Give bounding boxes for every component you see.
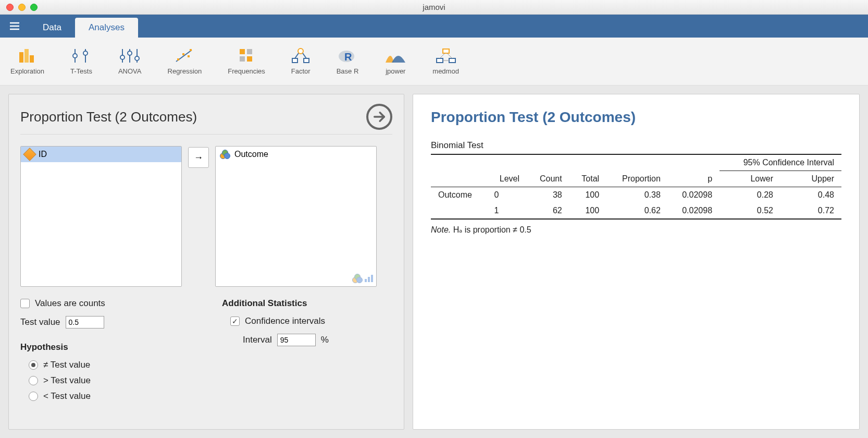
svg-rect-26 xyxy=(292,58,297,63)
row0-upper: 0.48 xyxy=(780,187,841,203)
svg-point-7 xyxy=(73,54,77,58)
values-are-counts-label: Values are counts xyxy=(35,298,105,309)
window-title: jamovi xyxy=(0,3,868,11)
hypothesis-lt-label: < Test value xyxy=(43,391,91,402)
row1-count: 62 xyxy=(527,203,569,219)
variable-label: ID xyxy=(39,150,47,159)
ci-label: Confidence intervals xyxy=(245,316,325,326)
interval-input[interactable] xyxy=(277,334,316,346)
hypothesis-lt-radio[interactable] xyxy=(29,392,38,401)
ordinal-icon xyxy=(365,274,373,282)
col-count: Count xyxy=(527,171,569,187)
tool-label: Frequencies xyxy=(228,67,265,75)
r-icon: R xyxy=(338,47,357,64)
bars-icon xyxy=(18,47,37,64)
row1-var xyxy=(431,203,487,219)
svg-rect-5 xyxy=(30,55,34,63)
results-note: Note. Hₐ is proportion ≠ 0.5 xyxy=(431,220,841,235)
tool-regression[interactable]: Regression xyxy=(168,47,202,75)
col-upper: Upper xyxy=(780,171,841,187)
svg-line-35 xyxy=(440,53,445,58)
col-var xyxy=(431,171,487,187)
svg-rect-27 xyxy=(304,58,309,63)
svg-rect-20 xyxy=(190,49,192,51)
tool-medmod[interactable]: medmod xyxy=(432,47,459,75)
results-table: 95% Confidence Interval Level Count Tota… xyxy=(431,154,841,220)
tool-label: Regression xyxy=(168,67,202,75)
row1-lower: 0.52 xyxy=(720,203,780,219)
source-variables-box[interactable]: ID xyxy=(20,146,182,287)
row1-upper: 0.72 xyxy=(780,203,841,219)
nominal-icon xyxy=(352,274,363,283)
svg-rect-19 xyxy=(188,55,190,57)
menu-icon[interactable] xyxy=(0,15,29,38)
options-panel: Proportion Test (2 Outcomes) ID → Outcom… xyxy=(8,94,404,430)
main-tabbar: Data Analyses xyxy=(0,15,868,38)
row1-total: 100 xyxy=(569,203,606,219)
svg-rect-4 xyxy=(24,49,29,63)
row1-p: 0.02098 xyxy=(668,203,720,219)
tool-exploration[interactable]: Exploration xyxy=(10,47,44,75)
svg-rect-24 xyxy=(247,56,252,62)
tab-analyses[interactable]: Analyses xyxy=(75,18,138,38)
svg-rect-34 xyxy=(449,58,455,63)
tool-label: T-Tests xyxy=(70,67,92,75)
col-total: Total xyxy=(569,171,606,187)
svg-rect-17 xyxy=(177,58,179,60)
svg-point-11 xyxy=(120,55,125,59)
col-lower: Lower xyxy=(720,171,780,187)
collapse-button[interactable] xyxy=(366,104,392,130)
hypothesis-heading: Hypothesis xyxy=(20,342,191,352)
target-variables-box[interactable]: Outcome xyxy=(215,146,377,287)
ruler-icon xyxy=(23,148,36,161)
tool-baser[interactable]: R Base R xyxy=(337,47,359,75)
hypothesis-gt-label: > Test value xyxy=(43,375,91,386)
nominal-icon xyxy=(220,150,230,159)
values-are-counts-checkbox[interactable] xyxy=(20,299,30,308)
additional-heading: Additional Statistics xyxy=(222,298,392,309)
jpower-icon xyxy=(385,47,406,64)
regression-icon xyxy=(175,47,194,64)
svg-point-25 xyxy=(298,48,303,54)
row1-level: 1 xyxy=(487,203,527,219)
svg-point-9 xyxy=(83,51,88,55)
variable-id[interactable]: ID xyxy=(21,147,181,162)
ci-checkbox[interactable] xyxy=(230,317,240,326)
row0-level: 0 xyxy=(487,187,527,203)
svg-text:R: R xyxy=(344,51,352,63)
row0-p: 0.02098 xyxy=(668,187,720,203)
test-value-label: Test value xyxy=(20,317,60,327)
tool-ttests[interactable]: T-Tests xyxy=(70,47,92,75)
tool-frequencies[interactable]: Frequencies xyxy=(228,47,265,75)
move-right-button[interactable]: → xyxy=(188,147,209,168)
interval-suffix: % xyxy=(321,335,329,345)
variable-outcome[interactable]: Outcome xyxy=(216,147,376,162)
frequencies-icon xyxy=(239,47,254,64)
tool-anova[interactable]: ANOVA xyxy=(118,47,142,75)
anova-icon xyxy=(119,47,140,64)
svg-rect-23 xyxy=(240,56,245,62)
svg-rect-18 xyxy=(182,53,184,55)
hypothesis-ne-label: ≠ Test value xyxy=(43,360,90,370)
results-panel: Proportion Test (2 Outcomes) Binomial Te… xyxy=(413,94,860,430)
row0-lower: 0.28 xyxy=(720,187,780,203)
row0-prop: 0.38 xyxy=(606,187,668,203)
hypothesis-gt-radio[interactable] xyxy=(29,376,38,385)
svg-point-15 xyxy=(135,56,139,60)
factor-icon xyxy=(291,47,310,64)
col-prop: Proportion xyxy=(606,171,668,187)
test-value-input[interactable] xyxy=(66,316,104,328)
titlebar: jamovi xyxy=(0,0,868,15)
tool-jpower[interactable]: jpower xyxy=(385,47,406,75)
options-title: Proportion Test (2 Outcomes) xyxy=(20,109,197,125)
col-p: p xyxy=(668,171,720,187)
tool-factor[interactable]: Factor xyxy=(291,47,311,75)
svg-line-28 xyxy=(295,53,299,58)
tab-data[interactable]: Data xyxy=(29,18,75,38)
row0-count: 38 xyxy=(527,187,569,203)
svg-line-29 xyxy=(303,53,306,58)
tool-label: jpower xyxy=(386,67,405,75)
hypothesis-ne-radio[interactable] xyxy=(29,360,38,370)
accepted-types xyxy=(352,274,373,283)
col-level: Level xyxy=(487,171,527,187)
